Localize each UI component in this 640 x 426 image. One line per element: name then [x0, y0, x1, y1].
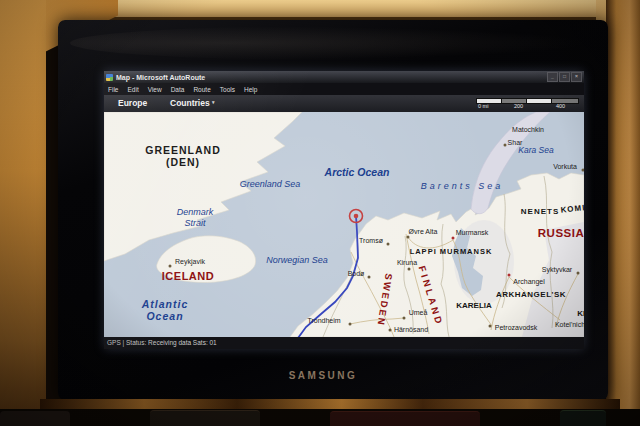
close-button[interactable]: × — [571, 72, 582, 82]
window-controls: _ □ × — [547, 72, 584, 82]
menu-item-route[interactable]: Route — [193, 86, 210, 93]
country-label: RUSSIA — [538, 227, 584, 239]
scale-label-0: 0 mi — [478, 103, 488, 109]
city-label: Reykjavik — [175, 258, 205, 265]
sea-label: Strait — [184, 218, 205, 228]
photo-of-tv: SAMSUNG Map - Microsoft AutoRoute _ □ × … — [0, 0, 640, 426]
window-title: Map - Microsoft AutoRoute — [116, 74, 205, 81]
region-label: KARELIA — [456, 301, 492, 310]
city-marker — [408, 268, 411, 271]
toolbar: Europe Countries ▾ 0 mi 200 400 — [104, 95, 584, 112]
sea-label: Norwegian Sea — [266, 255, 328, 265]
city-marker — [368, 276, 371, 279]
city-marker — [508, 274, 511, 277]
city-label: Trondheim — [307, 317, 340, 324]
scale-label-200: 200 — [514, 103, 523, 109]
minimize-button[interactable]: _ — [547, 72, 558, 82]
sea-label: Denmark — [177, 207, 214, 217]
samsung-logo: SAMSUNG — [263, 370, 383, 381]
city-label: Syktyvkar — [542, 266, 572, 273]
city-marker — [582, 169, 585, 172]
menu-item-file[interactable]: File — [108, 86, 118, 93]
city-marker — [387, 243, 390, 246]
shelf-object — [150, 410, 260, 426]
sea-label: Greenland Sea — [240, 179, 301, 189]
region-label: LAPPI MURMANSK — [410, 247, 493, 256]
scale-label-400: 400 — [556, 103, 565, 109]
menu-item-edit[interactable]: Edit — [127, 86, 138, 93]
map-view-button[interactable]: Europe — [118, 98, 147, 108]
lower-shelf-shadow — [0, 409, 640, 426]
city-label: Vorkuta — [553, 163, 577, 170]
city-label: Tromsø — [359, 237, 383, 244]
map-viewport[interactable]: Greenland SeaArctic OceanBarents SeaDenm… — [104, 112, 584, 337]
current-position-dot — [354, 214, 359, 219]
autoroute-app-icon — [106, 74, 113, 81]
sea-label: Barents Sea — [421, 181, 504, 191]
city-label: Øvre Alta — [409, 228, 438, 235]
city-marker — [403, 317, 406, 320]
region-label: ARKHANGEL'SK — [496, 290, 566, 299]
region-label: GREENLAND — [145, 144, 221, 156]
maximize-button[interactable]: □ — [559, 72, 570, 82]
chevron-down-icon: ▾ — [212, 99, 215, 105]
menu-item-help[interactable]: Help — [244, 86, 257, 93]
cabinet-shelf-top — [88, 0, 616, 20]
city-marker — [349, 323, 352, 326]
tv-bezel-reflection — [70, 26, 590, 60]
city-marker — [504, 144, 507, 147]
city-label: Shar — [508, 139, 523, 146]
cabinet-side-left — [0, 0, 46, 426]
sea-label: Arctic Ocean — [325, 166, 390, 178]
city-marker — [169, 265, 172, 268]
city-label: Matochkin — [512, 126, 544, 133]
city-label: Kiruna — [397, 259, 417, 266]
cabinet-side-right — [606, 0, 640, 426]
city-marker — [407, 236, 410, 239]
gps-status-bar: GPS | Status: Receiving data Sats: 01 — [104, 337, 584, 349]
city-marker — [389, 329, 392, 332]
city-label: Härnösand — [394, 326, 428, 333]
region-label: (DEN) — [166, 156, 200, 168]
region-label: NENETS — [521, 207, 559, 216]
menu-item-data[interactable]: Data — [171, 86, 185, 93]
city-label: Umeå — [409, 309, 428, 316]
shelf-object — [560, 410, 606, 426]
city-label: Murmansk — [456, 229, 489, 236]
country-label: ICELAND — [162, 270, 214, 282]
city-marker — [452, 237, 455, 240]
sea-label: Kara Sea — [518, 145, 553, 155]
city-marker — [489, 325, 492, 328]
menu-item-view[interactable]: View — [148, 86, 162, 93]
shelf-object — [0, 411, 70, 426]
city-label: Petrozavodsk — [495, 324, 537, 331]
menu-bar: FileEditViewDataRouteToolsHelp — [104, 83, 584, 95]
region-label: KIROV — [577, 309, 584, 318]
city-label: Bodø — [348, 270, 365, 277]
city-marker — [577, 272, 580, 275]
city-label: Kotel'nich — [555, 321, 584, 328]
tv-screen: Map - Microsoft AutoRoute _ □ × FileEdit… — [104, 71, 584, 349]
sea-label: Atlantic — [142, 298, 189, 310]
countries-dropdown-label: Countries — [170, 98, 210, 108]
window-titlebar[interactable]: Map - Microsoft AutoRoute _ □ × — [104, 71, 584, 83]
city-label: Archangel — [513, 278, 545, 285]
map-scale-bar: 0 mi 200 400 — [476, 98, 578, 110]
menu-item-tools[interactable]: Tools — [220, 86, 235, 93]
sea-label: Ocean — [146, 310, 183, 322]
countries-dropdown[interactable]: Countries ▾ — [170, 98, 215, 108]
shelf-object — [330, 411, 480, 426]
